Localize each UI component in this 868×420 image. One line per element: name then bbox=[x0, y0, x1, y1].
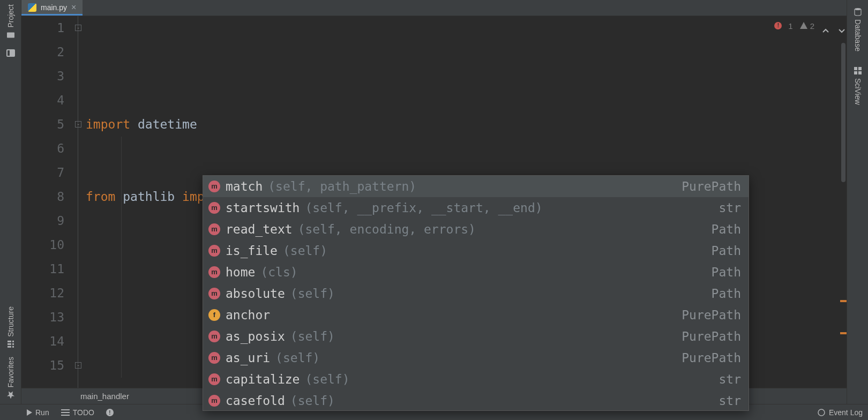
next-highlight-button[interactable] bbox=[837, 21, 847, 31]
completion-item[interactable]: mabsolute(self)Path bbox=[203, 283, 749, 304]
line-gutter: 1 2 3 4 5 6 7 8 9 10 11 12 13 14 15 bbox=[21, 16, 75, 404]
warning-icon: 2 bbox=[799, 14, 814, 38]
event-log-button[interactable]: Event Log bbox=[817, 408, 863, 417]
svg-point-8 bbox=[855, 8, 861, 10]
completion-params: (self) bbox=[305, 369, 349, 390]
completion-item[interactable]: mis_file(self)Path bbox=[203, 240, 749, 261]
completion-item[interactable]: mas_uri(self)PurePath bbox=[203, 347, 749, 369]
inspections-widget[interactable]: ! 1 2 bbox=[774, 18, 847, 34]
close-tab-icon[interactable]: × bbox=[71, 3, 76, 12]
completion-name: as_posix bbox=[226, 326, 285, 347]
completion-name: anchor bbox=[226, 304, 270, 326]
completion-item[interactable]: fanchorPurePath bbox=[203, 304, 749, 326]
completion-item[interactable]: mcasefold(self)str bbox=[203, 390, 749, 411]
method-icon: m bbox=[208, 352, 220, 364]
completion-name: match bbox=[226, 176, 263, 197]
completion-params: (self) bbox=[290, 390, 335, 411]
database-label: Database bbox=[854, 19, 862, 51]
completion-name: absolute bbox=[226, 283, 285, 304]
completion-params: (self) bbox=[275, 347, 320, 369]
warning-count: 2 bbox=[810, 14, 814, 38]
completion-type: str bbox=[719, 197, 741, 219]
completion-type: Path bbox=[712, 219, 741, 240]
breadcrumb-item[interactable]: main_handler bbox=[80, 392, 129, 401]
favorites-label: Favorites bbox=[6, 357, 15, 388]
svg-rect-6 bbox=[8, 340, 11, 342]
run-tool-button[interactable]: Run bbox=[27, 408, 49, 417]
play-icon bbox=[27, 409, 32, 416]
svg-marker-13 bbox=[800, 22, 807, 29]
method-icon: m bbox=[208, 223, 220, 235]
completion-name: casefold bbox=[226, 390, 285, 411]
svg-rect-2 bbox=[12, 343, 14, 344]
completion-params: (self) bbox=[283, 240, 327, 261]
todo-tool-button[interactable]: TODO bbox=[61, 408, 94, 417]
svg-rect-4 bbox=[8, 346, 11, 347]
method-icon: m bbox=[208, 373, 220, 385]
error-icon: ! bbox=[774, 22, 782, 29]
fold-toggle-icon[interactable]: - bbox=[75, 25, 81, 31]
method-icon: m bbox=[208, 245, 220, 257]
svg-marker-7 bbox=[7, 392, 14, 399]
completion-item[interactable]: mread_text(self, encoding, errors)Path bbox=[203, 219, 749, 240]
problems-tool-button[interactable]: ! bbox=[106, 409, 114, 416]
completion-name: is_file bbox=[226, 240, 278, 261]
completion-params: (self, path_pattern) bbox=[268, 176, 416, 197]
svg-rect-5 bbox=[8, 343, 11, 344]
completion-item[interactable]: mcapitalize(self)str bbox=[203, 369, 749, 390]
scrollbar-thumb[interactable] bbox=[841, 43, 845, 182]
completion-params: (cls) bbox=[260, 261, 297, 283]
structure-tool[interactable]: Structure bbox=[6, 302, 15, 353]
fold-column: - - - bbox=[75, 16, 86, 404]
completion-type: Path bbox=[712, 240, 741, 261]
database-tool[interactable]: Database bbox=[854, 0, 862, 59]
folder-icon[interactable] bbox=[6, 49, 15, 57]
method-icon: m bbox=[208, 288, 220, 299]
editor-tab-main[interactable]: main.py × bbox=[21, 0, 83, 16]
scrollbar-warning-mark[interactable] bbox=[840, 300, 847, 302]
completion-name: home bbox=[226, 261, 255, 283]
svg-rect-3 bbox=[12, 340, 14, 342]
tab-label: main.py bbox=[41, 3, 67, 12]
completion-type: PurePath bbox=[682, 347, 741, 369]
completion-name: capitalize bbox=[226, 369, 300, 390]
favorites-tool[interactable]: Favorites bbox=[6, 352, 15, 404]
completion-params: (self) bbox=[290, 326, 335, 347]
error-count: 1 bbox=[788, 14, 792, 38]
method-icon: m bbox=[208, 266, 220, 278]
scrollbar-warning-mark[interactable] bbox=[840, 332, 847, 334]
completion-name: read_text bbox=[226, 219, 293, 240]
completion-type: Path bbox=[712, 283, 741, 304]
editor-tab-bar: main.py × bbox=[21, 0, 847, 16]
completion-params: (self) bbox=[290, 283, 335, 304]
editor-scrollbar[interactable] bbox=[839, 38, 847, 404]
completion-type: Path bbox=[712, 261, 741, 283]
method-icon: m bbox=[208, 181, 220, 192]
code-completion-popup[interactable]: mmatch(self, path_pattern)PurePathmstart… bbox=[203, 175, 749, 411]
completion-name: as_uri bbox=[226, 347, 270, 369]
completion-type: PurePath bbox=[682, 176, 741, 197]
problems-icon: ! bbox=[106, 409, 114, 416]
completion-type: str bbox=[719, 390, 741, 411]
svg-point-14 bbox=[818, 409, 825, 416]
completion-type: str bbox=[719, 369, 741, 390]
svg-rect-0 bbox=[7, 33, 14, 38]
completion-item[interactable]: mas_posix(self)PurePath bbox=[203, 326, 749, 347]
completion-item[interactable]: mmatch(self, path_pattern)PurePath bbox=[203, 176, 749, 197]
fold-toggle-icon[interactable]: - bbox=[75, 362, 81, 369]
completion-item[interactable]: mhome(cls)Path bbox=[203, 261, 749, 283]
method-icon: m bbox=[208, 331, 220, 342]
method-icon: m bbox=[208, 202, 220, 214]
field-icon: f bbox=[208, 309, 220, 321]
method-icon: m bbox=[208, 395, 220, 407]
completion-type: PurePath bbox=[682, 304, 741, 326]
completion-name: startswith bbox=[226, 197, 300, 219]
project-tool[interactable]: Project bbox=[6, 0, 15, 44]
prev-highlight-button[interactable] bbox=[821, 21, 830, 31]
completion-params: (self, __prefix, __start, __end) bbox=[305, 197, 542, 219]
svg-rect-1 bbox=[12, 346, 14, 347]
completion-item[interactable]: mstartswith(self, __prefix, __start, __e… bbox=[203, 197, 749, 219]
right-tool-strip: Database SciView bbox=[847, 0, 868, 404]
fold-toggle-icon[interactable]: - bbox=[75, 121, 81, 128]
event-log-icon bbox=[817, 408, 826, 417]
